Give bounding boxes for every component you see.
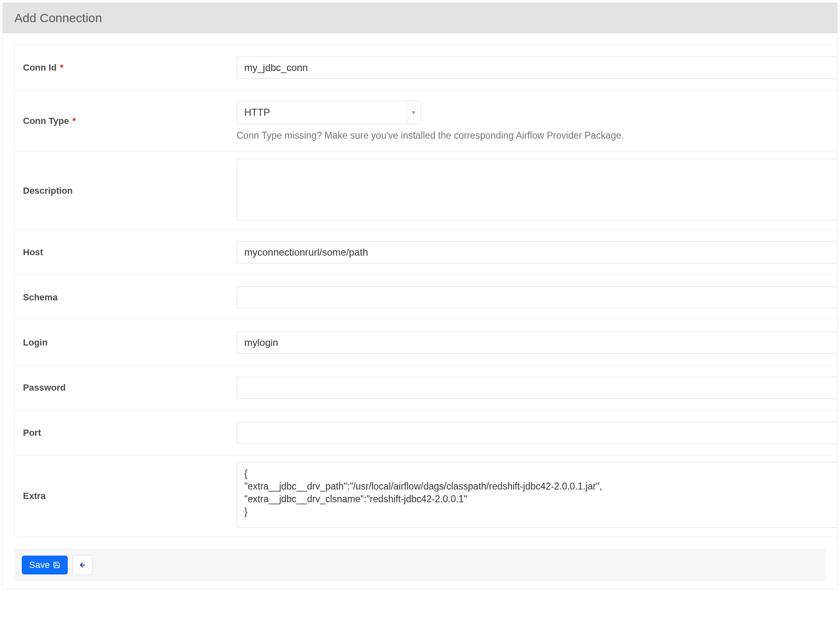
conn-type-help-text: Conn Type missing? Make sure you've inst…: [236, 130, 837, 141]
conn-type-select[interactable]: HTTP: [236, 101, 421, 124]
row-description: Description: [15, 152, 837, 230]
login-input[interactable]: [236, 332, 837, 354]
row-schema: Schema: [15, 275, 837, 320]
conn-id-input[interactable]: [236, 57, 837, 79]
label-port: Port: [15, 428, 236, 438]
panel-title: Add Connection: [3, 3, 837, 33]
row-port: Port: [15, 410, 837, 455]
port-input[interactable]: [236, 422, 837, 444]
host-input[interactable]: [236, 241, 837, 263]
save-icon: [53, 561, 60, 569]
arrow-left-icon: [79, 561, 86, 569]
connection-form: Conn Id * Conn Type * HTTP: [14, 45, 837, 537]
row-login: Login: [15, 320, 837, 365]
label-schema: Schema: [15, 292, 236, 303]
row-host: Host: [15, 230, 837, 275]
label-conn-type: Conn Type *: [15, 116, 236, 126]
row-password: Password: [15, 365, 837, 410]
password-input[interactable]: [236, 377, 837, 399]
row-conn-id: Conn Id *: [15, 45, 837, 90]
row-extra: Extra: [15, 455, 837, 537]
schema-input[interactable]: [236, 286, 837, 309]
save-button-label: Save: [29, 560, 50, 570]
label-text-conn-type: Conn Type: [23, 116, 69, 126]
back-button[interactable]: [73, 555, 92, 575]
form-footer: Save: [14, 549, 826, 581]
label-text-conn-id: Conn Id: [23, 62, 57, 73]
description-input[interactable]: [236, 159, 837, 220]
required-marker: *: [60, 62, 64, 73]
label-password: Password: [15, 382, 236, 393]
label-login: Login: [15, 337, 236, 348]
extra-input[interactable]: [236, 462, 837, 528]
save-button[interactable]: Save: [22, 556, 68, 574]
label-conn-id: Conn Id *: [15, 62, 236, 73]
label-host: Host: [15, 247, 236, 258]
label-extra: Extra: [15, 491, 236, 501]
label-description: Description: [15, 185, 236, 196]
add-connection-panel: Add Connection Conn Id * Conn Type: [2, 2, 838, 589]
required-marker: *: [72, 116, 76, 126]
row-conn-type: Conn Type * HTTP ▼ Conn Type missing? Ma…: [15, 90, 837, 152]
